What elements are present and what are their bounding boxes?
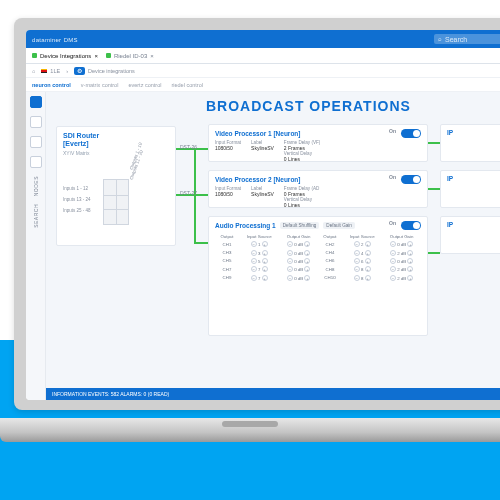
stepper[interactable]: + — [262, 275, 268, 281]
tab-device-integrations[interactable]: Device Integrations× — [32, 53, 98, 59]
close-icon[interactable]: × — [94, 53, 98, 59]
video-processor-1-card[interactable]: Video Processor 1 [Neuron]On Input Forma… — [208, 124, 428, 162]
card-title: IP — [447, 175, 453, 182]
stepper[interactable]: + — [407, 250, 413, 256]
stepper[interactable]: − — [390, 250, 396, 256]
search-icon: ⌕ — [438, 36, 442, 42]
default-shuffling-button[interactable]: Default Shuffling — [280, 222, 320, 229]
laptop-base — [0, 418, 500, 442]
stepper[interactable]: + — [262, 266, 268, 272]
subnav: neuron control v-matrix control evertz c… — [26, 78, 500, 92]
stepper[interactable]: + — [365, 250, 371, 256]
status-bar: INFORMATION EVENTS: 582 ALARMS: 0 (0 REA… — [46, 388, 500, 400]
dst-label: DST-27 — [180, 190, 197, 196]
stepper[interactable]: + — [365, 275, 371, 281]
card-title: IP — [447, 129, 453, 136]
wire — [428, 142, 440, 144]
close-icon[interactable]: × — [150, 53, 154, 59]
on-toggle[interactable]: On — [401, 129, 421, 138]
table-row: CH1− 1 +− 0 dB +CH2− 2 +− 0 dB + — [215, 240, 421, 248]
table-row: CH7− 7 +− 0 dB +CH8− 8 +− 2 dB + — [215, 265, 421, 273]
rail-label-search: SEARCH — [33, 204, 39, 228]
stepper[interactable]: + — [365, 258, 371, 264]
output-labels: Outputs 1 - 10Outputs 11 - 20 — [131, 167, 162, 187]
table-row: CH9− 7 +− 0 dB +CH10− 8 +− 2 dB + — [215, 274, 421, 282]
home-icon[interactable]: ⌂ — [32, 68, 35, 74]
stepper[interactable]: − — [251, 250, 257, 256]
stepper[interactable]: + — [407, 258, 413, 264]
on-toggle[interactable]: On — [401, 221, 421, 230]
stepper[interactable]: + — [365, 241, 371, 247]
subnav-riedel[interactable]: riedel control — [171, 82, 203, 88]
stepper[interactable]: − — [251, 258, 257, 264]
audio-processing-card[interactable]: Audio Processing 1 Default Shuffling Def… — [208, 216, 428, 336]
card-props: Input Format1080i50 LabelSkylineSV Frame… — [215, 186, 421, 208]
crumb-section[interactable]: ⚙Device integrations — [74, 67, 135, 75]
stepper[interactable]: + — [407, 241, 413, 247]
card-props: Input Format1080i50 LabelSkylineSV Frame… — [215, 140, 421, 162]
wire — [194, 242, 208, 244]
subnav-vmatrix[interactable]: v-matrix control — [81, 82, 119, 88]
topbar: dataminer DMS ⌕ Search — [26, 30, 500, 48]
stepper[interactable]: − — [287, 250, 293, 256]
sdi-router-card[interactable]: SDI Router[Evertz] XY\V Matrix Inputs 1 … — [56, 126, 176, 246]
input-labels: Inputs 1 - 12Inputs 13 - 24Inputs 25 - 4… — [63, 183, 91, 216]
breadcrumb: ⌂ 1LE › ⚙Device integrations — [26, 64, 500, 78]
stepper[interactable]: + — [262, 250, 268, 256]
rail-item-2[interactable] — [30, 116, 42, 128]
stepper[interactable]: − — [354, 250, 360, 256]
stepper[interactable]: + — [304, 241, 310, 247]
stepper[interactable]: + — [304, 275, 310, 281]
stepper[interactable]: − — [287, 258, 293, 264]
brand: dataminer DMS — [32, 36, 78, 43]
ip-card-2[interactable]: IP — [440, 170, 500, 208]
stepper[interactable]: − — [251, 266, 257, 272]
matrix-grid[interactable] — [103, 179, 129, 225]
dst-label: DST-26 — [180, 144, 197, 150]
card-title: Audio Processing 1 — [215, 222, 276, 229]
stepper[interactable]: + — [262, 241, 268, 247]
crumb-location[interactable]: 1LE — [41, 68, 60, 74]
left-rail: NODES SEARCH — [26, 92, 46, 400]
rail-item-1[interactable] — [30, 96, 42, 108]
rail-item-3[interactable] — [30, 136, 42, 148]
stepper[interactable]: − — [390, 241, 396, 247]
search-input[interactable]: ⌕ Search — [434, 34, 500, 44]
ip-card-3[interactable]: IP — [440, 216, 500, 254]
stepper[interactable]: + — [304, 250, 310, 256]
stepper[interactable]: − — [354, 258, 360, 264]
default-gain-button[interactable]: Default Gain — [323, 222, 355, 229]
on-toggle[interactable]: On — [401, 175, 421, 184]
stepper[interactable]: − — [354, 241, 360, 247]
stepper[interactable]: − — [287, 241, 293, 247]
stepper[interactable]: − — [390, 275, 396, 281]
card-title: Video Processor 2 [Neuron] — [215, 176, 301, 183]
table-row: CH3− 3 +− 0 dB +CH4− 4 +− 2 dB + — [215, 248, 421, 256]
wire — [194, 148, 196, 244]
stepper[interactable]: + — [365, 266, 371, 272]
tab-riedel[interactable]: Riedel ID-03× — [106, 53, 154, 59]
video-processor-2-card[interactable]: Video Processor 2 [Neuron]On Input Forma… — [208, 170, 428, 208]
audio-table: OutputInput SourceOutput Gain OutputInpu… — [215, 233, 421, 282]
stepper[interactable]: + — [304, 266, 310, 272]
stepper[interactable]: + — [407, 266, 413, 272]
rail-item-4[interactable] — [30, 156, 42, 168]
table-row: CH5− 5 +− 0 dB +CH6− 6 +− 0 dB + — [215, 257, 421, 265]
stepper[interactable]: − — [287, 275, 293, 281]
stepper[interactable]: + — [407, 275, 413, 281]
subnav-evertz[interactable]: evertz control — [128, 82, 161, 88]
stepper[interactable]: − — [390, 258, 396, 264]
card-title: SDI Router[Evertz] — [63, 132, 169, 148]
stepper[interactable]: − — [390, 266, 396, 272]
stepper[interactable]: + — [304, 258, 310, 264]
stepper[interactable]: − — [287, 266, 293, 272]
subnav-neuron[interactable]: neuron control — [32, 82, 71, 88]
stepper[interactable]: − — [251, 275, 257, 281]
stepper[interactable]: − — [354, 275, 360, 281]
stepper[interactable]: − — [354, 266, 360, 272]
flag-icon — [41, 69, 47, 73]
canvas: BROADCAST OPERATIONS SDI Router[Evertz] … — [46, 92, 500, 400]
stepper[interactable]: − — [251, 241, 257, 247]
stepper[interactable]: + — [262, 258, 268, 264]
ip-card-1[interactable]: IP — [440, 124, 500, 162]
